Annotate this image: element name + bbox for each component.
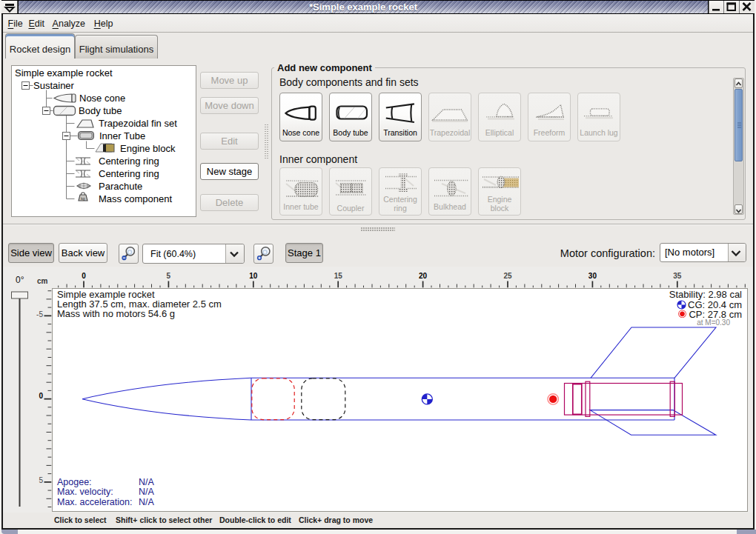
svg-text:Max. velocity:: Max. velocity: xyxy=(57,487,113,497)
svg-text:10: 10 xyxy=(249,272,258,280)
svg-text:5: 5 xyxy=(39,476,43,484)
svg-text:0: 0 xyxy=(82,272,86,280)
svg-text:at M=0.30: at M=0.30 xyxy=(697,318,730,327)
svg-text:0°: 0° xyxy=(16,275,24,285)
svg-text:N/A: N/A xyxy=(139,477,155,487)
svg-text:kg: kg xyxy=(81,196,85,201)
svg-text:20: 20 xyxy=(419,272,428,280)
svg-text:25: 25 xyxy=(503,272,512,280)
svg-text:Max. acceleration:: Max. acceleration: xyxy=(57,497,132,507)
svg-text:30: 30 xyxy=(588,272,597,280)
svg-text:cm: cm xyxy=(37,277,48,285)
svg-text:5: 5 xyxy=(167,272,171,280)
svg-text:N/A: N/A xyxy=(139,497,155,507)
svg-text:Stability: 2.98 cal: Stability: 2.98 cal xyxy=(669,289,742,300)
svg-text:35: 35 xyxy=(673,272,682,280)
svg-text:-5: -5 xyxy=(36,310,43,318)
svg-text:N/A: N/A xyxy=(139,487,155,497)
svg-text:Apogee:: Apogee: xyxy=(57,477,92,487)
svg-text:15: 15 xyxy=(334,272,343,280)
svg-text:0: 0 xyxy=(39,392,43,400)
svg-text:Mass with no motors 54.6 g: Mass with no motors 54.6 g xyxy=(57,308,175,319)
